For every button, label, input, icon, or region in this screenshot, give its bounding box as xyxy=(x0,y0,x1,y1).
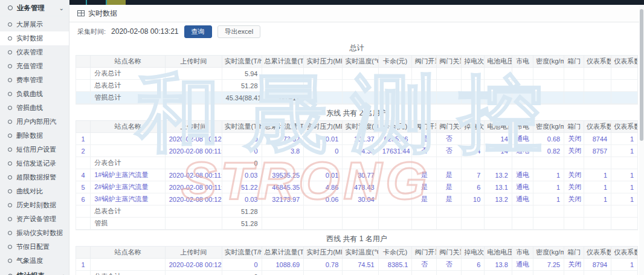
circle-icon xyxy=(8,231,12,235)
data-table: 站点名称上传时间实时流量(T/h)总累计流量(T)实时压力(MPa)实时温度(℃… xyxy=(76,246,638,275)
station-name-link[interactable]: 2#锅炉主蒸汽流量 xyxy=(91,181,166,193)
sidebar-item-label: 气象温度 xyxy=(16,256,43,265)
sidebar-item[interactable]: 资产设备管理 xyxy=(0,212,69,226)
table-cell: 6 xyxy=(462,259,485,271)
row-number xyxy=(76,271,91,275)
sidebar-item[interactable]: 超限数据报警 xyxy=(0,170,69,184)
table-row: 52#锅炉主蒸汽流量2020-02-08 00:11:0051.2246845.… xyxy=(76,181,638,193)
station-name-link[interactable]: 3#锅炉主蒸汽流量 xyxy=(91,193,166,205)
table-cell xyxy=(437,205,462,218)
column-header: 上传时间 xyxy=(165,121,222,133)
table-cell: 1 xyxy=(611,145,638,157)
table-cell xyxy=(611,218,638,230)
table-cell: 478.43 xyxy=(343,181,378,193)
table-cell: 1 xyxy=(611,169,638,181)
export-excel-button[interactable]: 导出excel xyxy=(217,25,261,38)
table-cell: 是 xyxy=(437,181,462,193)
sidebar-item[interactable]: 仪表管理 xyxy=(0,45,69,59)
table-cell xyxy=(378,181,412,193)
table-cell xyxy=(611,92,638,104)
sidebar-item[interactable]: 振动仪实时数据 xyxy=(0,226,69,240)
table-cell: 1 xyxy=(611,259,638,271)
subtotal-row: 总表合计51.28 xyxy=(76,205,638,218)
main-panel: 实时数据 采集时间: 2020-02-08 00:13:21 查询 导出exce… xyxy=(69,0,644,275)
table-cell: 0 xyxy=(222,259,262,271)
table-cell: 0.01 xyxy=(304,133,343,145)
sidebar-item[interactable]: 短信用户设置 xyxy=(0,143,69,157)
sidebar-item[interactable]: 负载曲线 xyxy=(0,87,69,101)
table-cell xyxy=(533,205,564,218)
sidebar-item[interactable]: 气象温度 xyxy=(0,254,69,268)
table-cell: 46845.35 xyxy=(262,181,304,193)
table-cell: 否 xyxy=(437,259,462,271)
column-header: 实时流量(T/h) xyxy=(222,121,262,133)
circle-icon xyxy=(8,189,12,193)
table-cell: 8757 xyxy=(584,145,611,157)
row-number xyxy=(76,68,91,80)
column-header: 掉电次数 xyxy=(462,247,485,259)
table-cell: 否 xyxy=(412,259,437,271)
subtotal-row: 管损总计45.34(88.417%)88.417 xyxy=(76,92,638,104)
sidebar-item[interactable]: 费率管理 xyxy=(0,73,69,87)
table-cell: 14 xyxy=(485,133,512,145)
table-cell xyxy=(611,80,638,92)
table-cell xyxy=(165,157,222,169)
sidebar-item-label: 统计报表 xyxy=(17,271,45,275)
table-cell: 32173.97 xyxy=(262,193,304,205)
app-window: 业务管理⌄大屏展示实时数据仪表管理充值管理费率管理负载曲线管损曲线用户内部用汽删… xyxy=(0,0,644,275)
sidebar-section-header[interactable]: 统计报表‹ xyxy=(0,268,69,275)
table-row: 63#锅炉主蒸汽流量2020-02-08 00:12:000.0332173.9… xyxy=(76,193,638,205)
table-cell xyxy=(262,68,304,80)
table-cell: 2020-02-08 00:11:00 xyxy=(165,181,222,193)
table-cell xyxy=(462,271,485,275)
sidebar-item[interactable]: 删除数据 xyxy=(0,129,69,143)
column-header: 站点名称 xyxy=(91,56,166,68)
sidebar-item[interactable]: 实时数据 xyxy=(0,31,69,45)
table-cell xyxy=(412,92,437,104)
circle-icon xyxy=(8,134,12,138)
sidebar-item[interactable]: 短信发送记录 xyxy=(0,157,69,170)
sidebar-section-header[interactable]: 业务管理⌄ xyxy=(0,0,69,16)
table-cell xyxy=(564,271,584,275)
sidebar-item[interactable]: 历史时刻数据 xyxy=(0,198,69,212)
table-cell: 总表合计 xyxy=(91,205,166,218)
sidebar-item[interactable]: 节假日配置 xyxy=(0,240,69,254)
table-cell xyxy=(485,92,512,104)
table-row: 12020-02-08 00:12:00073.520.01101.376285… xyxy=(76,133,638,145)
table-cell: 1 xyxy=(584,169,611,181)
table-cell: 关闭 xyxy=(564,145,584,157)
table-cell: 关闭 xyxy=(564,193,584,205)
column-header: 上传时间 xyxy=(165,247,222,259)
table-cell: 0 xyxy=(222,157,262,169)
sidebar-item-label: 仪表管理 xyxy=(16,48,43,57)
page-title: 实时数据 xyxy=(88,8,117,19)
sidebar-item[interactable]: 用户内部用汽 xyxy=(0,115,69,129)
collect-time-label: 采集时间: xyxy=(77,27,106,36)
collect-time-field[interactable]: 2020-02-08 00:13:21 xyxy=(111,27,178,36)
query-button[interactable]: 查询 xyxy=(184,25,212,38)
table-cell: 2020-02-08 00:12:00 xyxy=(165,133,222,145)
table-cell xyxy=(462,218,485,230)
table-section: 总计站点名称上传时间实时流量(T/h)总累计流量(T)实时压力(MPa)实时温度… xyxy=(76,40,638,105)
table-cell xyxy=(262,271,304,275)
table-cell: 分表合计 xyxy=(91,157,166,169)
column-header: 实时压力(MPa) xyxy=(304,247,343,259)
table-cell xyxy=(462,205,485,218)
sidebar-item[interactable]: 曲线对比 xyxy=(0,184,69,198)
column-header: 上传时间 xyxy=(165,56,222,68)
table-cell xyxy=(304,218,343,230)
table-cell xyxy=(564,157,584,169)
scrollbar-thumb[interactable] xyxy=(640,9,643,141)
table-cell xyxy=(564,92,584,104)
sidebar-item-label: 节假日配置 xyxy=(16,242,50,251)
sidebar-item[interactable]: 大屏展示 xyxy=(0,18,69,31)
sidebar-item[interactable]: 管损曲线 xyxy=(0,101,69,115)
column-header: 掉电次数 xyxy=(462,121,485,133)
table-cell xyxy=(378,271,412,275)
column-header: 电池电压(V) xyxy=(485,247,512,259)
table-cell: 通电 xyxy=(512,193,533,205)
sidebar-item[interactable]: 充值管理 xyxy=(0,59,69,73)
station-name-link[interactable]: 1#锅炉主蒸汽流量 xyxy=(91,169,166,181)
table-cell: 4 xyxy=(462,133,485,145)
row-number: 5 xyxy=(76,181,91,193)
